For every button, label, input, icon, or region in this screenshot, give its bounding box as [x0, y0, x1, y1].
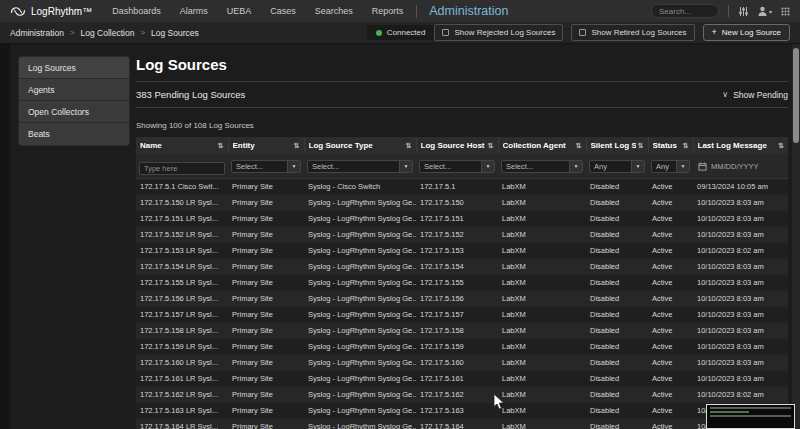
- table-row[interactable]: 172.17.5.155 LR Sysl...Primary SiteSyslo…: [136, 275, 788, 291]
- cell-last-log-message: 10/10/2023 8:03 am: [693, 195, 788, 211]
- table-row[interactable]: 172.17.5.162 LR Sysl...Primary SiteSyslo…: [136, 387, 788, 403]
- user-menu-icon[interactable]: ▾: [758, 6, 772, 16]
- cell-log-source-type: Syslog - LogRhythm Syslog Ge...: [304, 227, 416, 243]
- sort-icon[interactable]: ⇅: [576, 142, 582, 150]
- new-log-source-button[interactable]: + New Log Source: [703, 24, 790, 41]
- table-row[interactable]: 172.17.5.152 LR Sysl...Primary SiteSyslo…: [136, 227, 788, 243]
- brand-name[interactable]: LogRhythm™: [31, 6, 92, 17]
- nav-item-dashboards[interactable]: Dashboards: [112, 6, 161, 16]
- breadcrumb-separator: >: [70, 28, 75, 37]
- column-header-log-source-host[interactable]: Log Source Host⇅: [416, 137, 498, 154]
- table-row[interactable]: 172.17.5.160 LR Sysl...Primary SiteSyslo…: [136, 355, 788, 371]
- cell-silent-log-source: Disabled: [586, 371, 648, 387]
- connection-status-badge: Connected: [367, 25, 435, 40]
- apps-grid-icon[interactable]: [781, 7, 790, 16]
- sidebar-item-log-sources[interactable]: Log Sources: [19, 57, 129, 79]
- cell-entity: Primary Site: [228, 243, 304, 259]
- nav-item-alarms[interactable]: Alarms: [180, 6, 208, 16]
- table-row[interactable]: 172.17.5.157 LR Sysl...Primary SiteSyslo…: [136, 307, 788, 323]
- column-header-status[interactable]: Status⇅: [648, 137, 693, 154]
- cell-status: Active: [648, 403, 693, 419]
- screen-preview-overlay[interactable]: [706, 404, 795, 429]
- sort-icon[interactable]: ⇅: [488, 142, 494, 150]
- cell-collection-agent: LabXM: [498, 291, 586, 307]
- cell-log-source-type: Syslog - LogRhythm Syslog Ge...: [304, 275, 416, 291]
- cell-name: 172.17.5.1 Cisco Swit...: [136, 179, 228, 195]
- cell-collection-agent: LabXM: [498, 307, 586, 323]
- select-placeholder: Any: [594, 162, 607, 171]
- column-header-last-log-message[interactable]: Last Log Message⇅: [693, 137, 788, 154]
- sort-icon[interactable]: ⇅: [218, 142, 224, 150]
- column-header-log-source-type[interactable]: Log Source Type⇅: [304, 137, 416, 154]
- cell-silent-log-source: Disabled: [586, 243, 648, 259]
- pending-bar: 383 Pending Log Sources ∨ Show Pending: [136, 81, 788, 108]
- cell-entity: Primary Site: [228, 211, 304, 227]
- select-placeholder: Select...: [236, 162, 263, 171]
- nav-item-ueba[interactable]: UEBA: [227, 6, 252, 16]
- cell-collection-agent: LabXM: [498, 195, 586, 211]
- sort-icon[interactable]: ⇅: [778, 142, 784, 150]
- show-pending-toggle[interactable]: ∨ Show Pending: [722, 90, 788, 100]
- search-input[interactable]: [651, 4, 719, 18]
- log-source-type-filter-select[interactable]: Select...▼: [307, 160, 413, 173]
- column-label: Collection Agent: [503, 141, 566, 150]
- cell-log-source-host: 172.17.5.155: [416, 275, 498, 291]
- cell-status: Active: [648, 227, 693, 243]
- entity-filter-select[interactable]: Select...▼: [231, 160, 301, 173]
- plus-icon: +: [712, 28, 717, 37]
- silent-log-source-filter-select[interactable]: Any▼: [589, 160, 645, 173]
- table-row[interactable]: 172.17.5.154 LR Sysl...Primary SiteSyslo…: [136, 259, 788, 275]
- cell-collection-agent: LabXM: [498, 243, 586, 259]
- sort-icon[interactable]: ⇅: [683, 142, 689, 150]
- column-label: Log Source Host: [421, 141, 485, 150]
- name-filter-input[interactable]: [139, 162, 225, 175]
- nav-item-reports[interactable]: Reports: [372, 6, 404, 16]
- sidebar-item-open-collectors[interactable]: Open Collectors: [19, 101, 129, 123]
- cell-log-source-host: 172.17.5.150: [416, 195, 498, 211]
- scrollbar-thumb[interactable]: [793, 48, 799, 143]
- show-rejected-checkbox[interactable]: Show Rejected Log Sources: [434, 24, 563, 41]
- status-filter-select[interactable]: Any▼: [651, 160, 690, 173]
- table-row[interactable]: 172.17.5.164 LR Sysl...Primary SiteSyslo…: [136, 419, 788, 429]
- table-row[interactable]: 172.17.5.153 LR Sysl...Primary SiteSyslo…: [136, 243, 788, 259]
- cell-collection-agent: LabXM: [498, 339, 586, 355]
- table-filter-row: Select...▼ Select...▼ Select...▼ Select.…: [136, 154, 788, 179]
- breadcrumb-item-log-sources[interactable]: Log Sources: [151, 28, 199, 38]
- log-source-host-filter-select[interactable]: Select...▼: [419, 160, 495, 173]
- table-row[interactable]: 172.17.5.159 LR Sysl...Primary SiteSyslo…: [136, 339, 788, 355]
- table-row[interactable]: 172.17.5.1 Cisco Swit...Primary SiteSysl…: [136, 179, 788, 195]
- sidebar-item-agents[interactable]: Agents: [19, 79, 129, 101]
- nav-item-cases[interactable]: Cases: [270, 6, 296, 16]
- breadcrumb-item-log-collection[interactable]: Log Collection: [81, 28, 135, 38]
- breadcrumb-item-administration[interactable]: Administration: [10, 28, 64, 38]
- cell-silent-log-source: Disabled: [586, 403, 648, 419]
- column-header-name[interactable]: Name⇅: [136, 137, 228, 154]
- sliders-icon[interactable]: [738, 6, 749, 17]
- cell-log-source-type: Syslog - LogRhythm Syslog Ge...: [304, 307, 416, 323]
- column-header-entity[interactable]: Entity⇅: [228, 137, 304, 154]
- table-row[interactable]: 172.17.5.161 LR Sysl...Primary SiteSyslo…: [136, 371, 788, 387]
- table-row[interactable]: 172.17.5.150 LR Sysl...Primary SiteSyslo…: [136, 195, 788, 211]
- sort-icon[interactable]: ⇅: [406, 142, 412, 150]
- nav-item-searches[interactable]: Searches: [315, 6, 353, 16]
- vertical-scrollbar[interactable]: [792, 44, 800, 429]
- sidebar-item-beats[interactable]: Beats: [19, 123, 129, 145]
- table-row[interactable]: 172.17.5.163 LR Sysl...Primary SiteSyslo…: [136, 403, 788, 419]
- sort-icon[interactable]: ⇅: [294, 142, 300, 150]
- date-filter[interactable]: MM/DD/YYYY: [696, 162, 785, 171]
- cell-entity: Primary Site: [228, 179, 304, 195]
- cell-last-log-message: 10/10/2023 8:03 am: [693, 339, 788, 355]
- cell-status: Active: [648, 243, 693, 259]
- sort-icon[interactable]: ⇅: [638, 142, 644, 150]
- logrhythm-logo-icon[interactable]: [10, 6, 26, 17]
- table-row[interactable]: 172.17.5.156 LR Sysl...Primary SiteSyslo…: [136, 291, 788, 307]
- show-retired-checkbox[interactable]: Show Retired Log Sources: [571, 24, 694, 41]
- table-row[interactable]: 172.17.5.151 LR Sysl...Primary SiteSyslo…: [136, 211, 788, 227]
- collection-agent-filter-select[interactable]: Select...▼: [501, 160, 583, 173]
- cell-log-source-host: 172.17.5.161: [416, 371, 498, 387]
- nav-item-administration[interactable]: Administration: [429, 4, 508, 18]
- table-row[interactable]: 172.17.5.158 LR Sysl...Primary SiteSyslo…: [136, 323, 788, 339]
- column-header-silent-log-source[interactable]: Silent Log S...⇅: [586, 137, 648, 154]
- column-header-collection-agent[interactable]: Collection Agent⇅: [498, 137, 586, 154]
- cell-entity: Primary Site: [228, 355, 304, 371]
